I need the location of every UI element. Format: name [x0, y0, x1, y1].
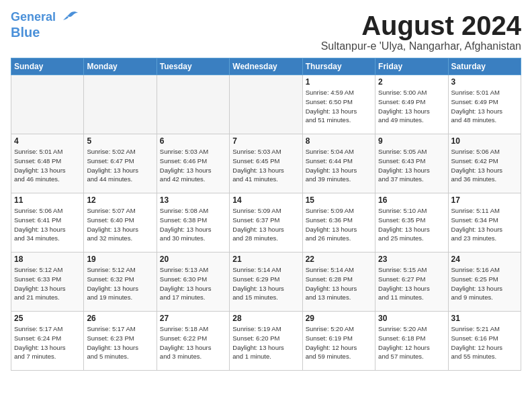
day-number: 9	[378, 136, 445, 146]
calendar-cell: 26Sunrise: 5:17 AMSunset: 6:23 PMDayligh…	[84, 312, 157, 371]
day-info: Sunrise: 5:02 AMSunset: 6:47 PMDaylight:…	[87, 147, 153, 184]
calendar-cell: 15Sunrise: 5:09 AMSunset: 6:36 PMDayligh…	[302, 193, 375, 253]
calendar-cell: 6Sunrise: 5:03 AMSunset: 6:46 PMDaylight…	[157, 134, 229, 193]
col-header-sunday: Sunday	[11, 58, 84, 75]
day-number: 19	[87, 255, 153, 264]
logo: General Blue	[11, 11, 79, 40]
calendar-week-1: 1Sunrise: 4:59 AMSunset: 6:50 PMDaylight…	[11, 75, 521, 134]
day-info: Sunrise: 5:01 AMSunset: 6:49 PMDaylight:…	[451, 88, 518, 125]
calendar-cell: 22Sunrise: 5:14 AMSunset: 6:28 PMDayligh…	[302, 253, 375, 312]
day-info: Sunrise: 5:12 AMSunset: 6:33 PMDaylight:…	[14, 265, 81, 302]
day-number: 15	[306, 195, 372, 205]
calendar-week-5: 25Sunrise: 5:17 AMSunset: 6:24 PMDayligh…	[11, 312, 521, 371]
logo-text: General	[11, 10, 56, 24]
day-number: 26	[87, 314, 153, 323]
day-number: 8	[306, 136, 372, 146]
calendar-cell: 27Sunrise: 5:18 AMSunset: 6:22 PMDayligh…	[157, 312, 229, 371]
calendar-cell: 16Sunrise: 5:10 AMSunset: 6:35 PMDayligh…	[375, 193, 448, 253]
calendar-cell: 4Sunrise: 5:01 AMSunset: 6:48 PMDaylight…	[11, 134, 84, 193]
day-number: 5	[87, 136, 153, 146]
day-info: Sunrise: 5:12 AMSunset: 6:32 PMDaylight:…	[87, 265, 153, 302]
day-number: 13	[160, 195, 226, 205]
location-subtitle: Sultanpur-e 'Ulya, Nangarhar, Afghanista…	[321, 40, 521, 52]
day-number: 18	[14, 255, 81, 264]
title-section: August 2024 Sultanpur-e 'Ulya, Nangarhar…	[321, 11, 521, 52]
calendar-cell: 25Sunrise: 5:17 AMSunset: 6:24 PMDayligh…	[11, 312, 84, 371]
calendar-cell	[157, 75, 229, 134]
day-info: Sunrise: 5:11 AMSunset: 6:34 PMDaylight:…	[451, 206, 518, 243]
calendar-cell: 9Sunrise: 5:05 AMSunset: 6:43 PMDaylight…	[375, 134, 448, 193]
calendar-cell: 1Sunrise: 4:59 AMSunset: 6:50 PMDaylight…	[302, 75, 375, 134]
day-info: Sunrise: 5:17 AMSunset: 6:23 PMDaylight:…	[87, 324, 153, 361]
calendar-cell: 18Sunrise: 5:12 AMSunset: 6:33 PMDayligh…	[11, 253, 84, 312]
day-number: 7	[232, 136, 299, 146]
day-info: Sunrise: 5:15 AMSunset: 6:27 PMDaylight:…	[378, 265, 445, 302]
day-number: 23	[378, 255, 445, 264]
col-header-thursday: Thursday	[302, 58, 375, 75]
page-header: General Blue August 2024 Sultanpur-e 'Ul…	[11, 11, 521, 52]
calendar-cell: 30Sunrise: 5:20 AMSunset: 6:18 PMDayligh…	[375, 312, 448, 371]
month-year-title: August 2024	[321, 11, 521, 40]
day-number: 29	[306, 314, 372, 323]
calendar-cell: 8Sunrise: 5:04 AMSunset: 6:44 PMDaylight…	[302, 134, 375, 193]
day-number: 4	[14, 136, 81, 146]
day-info: Sunrise: 5:09 AMSunset: 6:36 PMDaylight:…	[306, 206, 372, 243]
col-header-friday: Friday	[375, 58, 448, 75]
calendar-week-4: 18Sunrise: 5:12 AMSunset: 6:33 PMDayligh…	[11, 253, 521, 312]
calendar-cell: 21Sunrise: 5:14 AMSunset: 6:29 PMDayligh…	[230, 253, 302, 312]
calendar-cell: 23Sunrise: 5:15 AMSunset: 6:27 PMDayligh…	[375, 253, 448, 312]
logo-blue-text: Blue	[11, 25, 40, 40]
day-info: Sunrise: 4:59 AMSunset: 6:50 PMDaylight:…	[306, 88, 372, 125]
day-info: Sunrise: 5:10 AMSunset: 6:35 PMDaylight:…	[378, 206, 445, 243]
day-number: 21	[232, 255, 299, 264]
col-header-tuesday: Tuesday	[157, 58, 229, 75]
calendar-cell	[230, 75, 302, 134]
day-info: Sunrise: 5:00 AMSunset: 6:49 PMDaylight:…	[378, 88, 445, 125]
col-header-saturday: Saturday	[448, 58, 521, 75]
day-number: 25	[14, 314, 81, 323]
calendar-cell: 20Sunrise: 5:13 AMSunset: 6:30 PMDayligh…	[157, 253, 229, 312]
day-number: 12	[87, 195, 153, 205]
day-info: Sunrise: 5:06 AMSunset: 6:41 PMDaylight:…	[14, 206, 81, 243]
day-info: Sunrise: 5:08 AMSunset: 6:38 PMDaylight:…	[160, 206, 226, 243]
day-info: Sunrise: 5:17 AMSunset: 6:24 PMDaylight:…	[14, 324, 81, 361]
day-number: 3	[451, 77, 518, 87]
day-info: Sunrise: 5:03 AMSunset: 6:45 PMDaylight:…	[232, 147, 299, 184]
col-header-monday: Monday	[84, 58, 157, 75]
calendar-week-3: 11Sunrise: 5:06 AMSunset: 6:41 PMDayligh…	[11, 193, 521, 253]
day-info: Sunrise: 5:03 AMSunset: 6:46 PMDaylight:…	[160, 147, 226, 184]
col-header-wednesday: Wednesday	[230, 58, 302, 75]
day-number: 28	[232, 314, 299, 323]
day-info: Sunrise: 5:16 AMSunset: 6:25 PMDaylight:…	[451, 265, 518, 302]
day-number: 30	[378, 314, 445, 323]
calendar-cell: 24Sunrise: 5:16 AMSunset: 6:25 PMDayligh…	[448, 253, 521, 312]
day-info: Sunrise: 5:04 AMSunset: 6:44 PMDaylight:…	[306, 147, 372, 184]
day-info: Sunrise: 5:20 AMSunset: 6:19 PMDaylight:…	[306, 324, 372, 361]
calendar-cell	[11, 75, 84, 134]
day-number: 22	[306, 255, 372, 264]
day-info: Sunrise: 5:06 AMSunset: 6:42 PMDaylight:…	[451, 147, 518, 184]
day-number: 24	[451, 255, 518, 264]
day-number: 2	[378, 77, 445, 87]
day-number: 27	[160, 314, 226, 323]
calendar-week-2: 4Sunrise: 5:01 AMSunset: 6:48 PMDaylight…	[11, 134, 521, 193]
calendar-cell: 29Sunrise: 5:20 AMSunset: 6:19 PMDayligh…	[302, 312, 375, 371]
day-number: 10	[451, 136, 518, 146]
calendar-cell: 31Sunrise: 5:21 AMSunset: 6:16 PMDayligh…	[448, 312, 521, 371]
calendar-cell: 14Sunrise: 5:09 AMSunset: 6:37 PMDayligh…	[230, 193, 302, 253]
day-info: Sunrise: 5:21 AMSunset: 6:16 PMDaylight:…	[451, 324, 518, 361]
calendar-cell: 5Sunrise: 5:02 AMSunset: 6:47 PMDaylight…	[84, 134, 157, 193]
calendar-cell: 28Sunrise: 5:19 AMSunset: 6:20 PMDayligh…	[230, 312, 302, 371]
day-info: Sunrise: 5:05 AMSunset: 6:43 PMDaylight:…	[378, 147, 445, 184]
day-info: Sunrise: 5:14 AMSunset: 6:29 PMDaylight:…	[232, 265, 299, 302]
day-info: Sunrise: 5:09 AMSunset: 6:37 PMDaylight:…	[232, 206, 299, 243]
day-number: 16	[378, 195, 445, 205]
day-info: Sunrise: 5:07 AMSunset: 6:40 PMDaylight:…	[87, 206, 153, 243]
day-number: 14	[232, 195, 299, 205]
day-number: 1	[306, 77, 372, 87]
day-info: Sunrise: 5:18 AMSunset: 6:22 PMDaylight:…	[160, 324, 226, 361]
calendar-table: SundayMondayTuesdayWednesdayThursdayFrid…	[11, 58, 521, 371]
day-number: 6	[160, 136, 226, 146]
calendar-cell: 19Sunrise: 5:12 AMSunset: 6:32 PMDayligh…	[84, 253, 157, 312]
day-number: 31	[451, 314, 518, 323]
